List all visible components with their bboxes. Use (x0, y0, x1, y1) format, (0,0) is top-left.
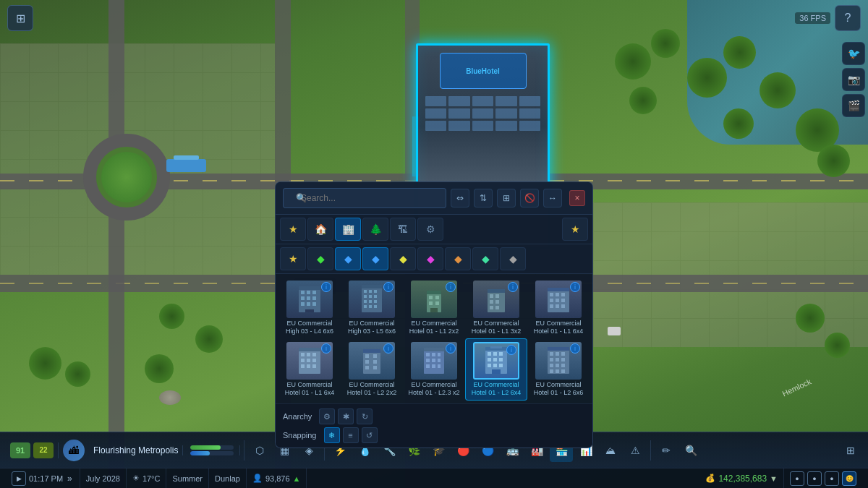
speed-fast[interactable]: » (66, 474, 74, 484)
close-button[interactable]: × (569, 190, 585, 206)
subtab-food[interactable]: ◆ (445, 247, 471, 270)
snapping-grid-btn[interactable]: ≡ (343, 427, 359, 443)
svg-rect-5 (301, 296, 305, 300)
time-display: 01:17 PM (29, 474, 63, 483)
subtab-leisure[interactable]: ◆ (417, 247, 443, 270)
play-button[interactable]: ▶ (12, 471, 26, 486)
toolbar-disasters[interactable]: ⚠ (624, 439, 647, 462)
status-btn-2[interactable]: ● (807, 471, 822, 486)
svg-rect-71 (373, 366, 377, 369)
compare-button[interactable]: ↔ (543, 189, 562, 207)
status-btn-4[interactable]: 😊 (842, 471, 856, 486)
svg-rect-82 (438, 364, 441, 368)
svg-rect-52 (561, 304, 565, 308)
building-card[interactable]: i EU Commercial Hotel 01 - L1 2x2 (403, 277, 465, 339)
svg-rect-69 (373, 360, 377, 364)
time-controls: ▶ 01:17 PM » (6, 468, 80, 488)
building-card[interactable]: i EU Commercial Hotel 01 - L2 6x6 (527, 338, 590, 401)
tab-commercial[interactable]: 🏢 (335, 218, 361, 241)
building-name: EU Commercial Hotel 01 - L1 6x4 (532, 320, 584, 335)
toolbar-landscape[interactable]: ⛰ (599, 439, 622, 462)
subtab-med[interactable]: ◆ (335, 247, 361, 270)
snapping-freeze-btn[interactable]: ❄ (324, 427, 340, 443)
svg-rect-74 (426, 353, 430, 356)
tab-fav-right[interactable]: ★ (562, 218, 588, 241)
toolbar-roads[interactable]: ⬡ (248, 439, 271, 462)
subtab-high[interactable]: ◆ (362, 247, 388, 270)
help-button[interactable]: ? (835, 5, 861, 31)
info-indicator: i (570, 282, 580, 292)
svg-rect-75 (432, 353, 435, 356)
anarchy-settings-btn[interactable]: ⚙ (319, 408, 335, 424)
svg-rect-57 (312, 353, 316, 356)
status-right-controls: ● ● ● 😊 (784, 468, 862, 488)
building-card[interactable]: i EU Commercial High 03 - L4 6x6 (278, 277, 341, 339)
status-btn-1[interactable]: ● (790, 471, 804, 486)
tab-residential[interactable]: 🏠 (307, 218, 333, 241)
building-card[interactable]: i EU Commercial Hotel 01 - L2 2x2 (341, 338, 403, 401)
fps-display: 36 FPS (795, 12, 830, 24)
chirper-icon: 🐦 (848, 48, 860, 59)
status-btn-3[interactable]: ● (825, 471, 839, 486)
date-display: July 2028 (80, 468, 127, 488)
svg-rect-80 (426, 364, 430, 368)
snapping-rotate-btn[interactable]: ↺ (362, 427, 378, 443)
disable-button[interactable]: 🚫 (520, 189, 539, 207)
expand-button[interactable]: ⇔ (451, 189, 469, 207)
building-search-input[interactable] (283, 188, 446, 208)
building-card[interactable]: i EU Commercial High 03 - L5 6x6 (341, 277, 403, 339)
cinematic-button[interactable]: 🎬 (842, 94, 865, 117)
toolbar-bulldoze[interactable]: ✏ (655, 439, 678, 462)
subtab-hotel[interactable]: ◆ (472, 247, 498, 270)
toolbar-search[interactable]: 🔍 (679, 439, 702, 462)
info-indicator: i (321, 282, 331, 292)
svg-rect-24 (369, 305, 372, 308)
filter-button[interactable]: ⊞ (497, 189, 516, 207)
svg-rect-41 (495, 306, 499, 309)
building-card[interactable]: i EU Commercial Hotel 01 - L1 6x4 (527, 277, 590, 339)
subtab-favorites[interactable]: ★ (280, 247, 306, 270)
svg-rect-67 (373, 354, 377, 358)
camera-icon: 📷 (848, 74, 860, 85)
chirper-button[interactable]: 🐦 (842, 42, 865, 65)
svg-rect-21 (369, 300, 372, 303)
svg-rect-91 (499, 358, 503, 361)
toolbar-info-right[interactable]: ⊞ (839, 439, 862, 462)
svg-rect-29 (435, 296, 439, 299)
menu-button[interactable]: ⊞ (7, 5, 33, 31)
building-card[interactable]: i EU Commercial Hotel 01 - L1 6x4 (278, 338, 341, 401)
svg-rect-28 (429, 296, 433, 299)
svg-rect-7 (312, 296, 316, 300)
category-tab-row: ★ 🏠 🏢 🌲 🏗 ⚙ ★ (276, 215, 592, 244)
building-card[interactable]: i EU Commercial Hotel 01 - L2.3 x2 (403, 338, 465, 401)
svg-rect-73 (424, 348, 444, 351)
tab-settings[interactable]: ⚙ (417, 218, 443, 241)
building-card-selected[interactable]: i EU Commercial Hotel 01 - L2 6x4 (465, 338, 527, 401)
svg-rect-55 (301, 353, 305, 356)
svg-rect-23 (364, 305, 367, 308)
tab-favorites[interactable]: ★ (280, 218, 306, 241)
info-indicator: i (446, 282, 456, 292)
subtab-other[interactable]: ◆ (500, 247, 526, 270)
svg-rect-97 (548, 347, 569, 351)
tab-parks[interactable]: 🌲 (362, 218, 388, 241)
svg-rect-32 (430, 308, 438, 312)
building-name: EU Commercial Hotel 01 - L1 2x2 (408, 320, 460, 335)
subtab-low[interactable]: ◆ (307, 247, 333, 270)
screenshot-button[interactable]: 📷 (842, 68, 865, 91)
svg-rect-108 (556, 369, 559, 373)
tab-industry[interactable]: 🏗 (390, 218, 416, 241)
building-card[interactable]: i EU Commercial Hotel 01 - L1 3x2 (465, 277, 527, 339)
svg-rect-86 (488, 352, 491, 356)
svg-rect-61 (301, 364, 305, 368)
progress-bars (184, 445, 240, 455)
subtab-mixed[interactable]: ◆ (390, 247, 416, 270)
svg-rect-78 (432, 359, 435, 362)
anarchy-star-btn[interactable]: ✱ (338, 408, 354, 424)
sort-button[interactable]: ⇅ (474, 189, 493, 207)
svg-rect-104 (550, 364, 553, 367)
svg-rect-92 (488, 364, 491, 367)
svg-rect-77 (426, 359, 430, 362)
svg-rect-47 (550, 299, 553, 302)
anarchy-reset-btn[interactable]: ↻ (357, 408, 373, 424)
